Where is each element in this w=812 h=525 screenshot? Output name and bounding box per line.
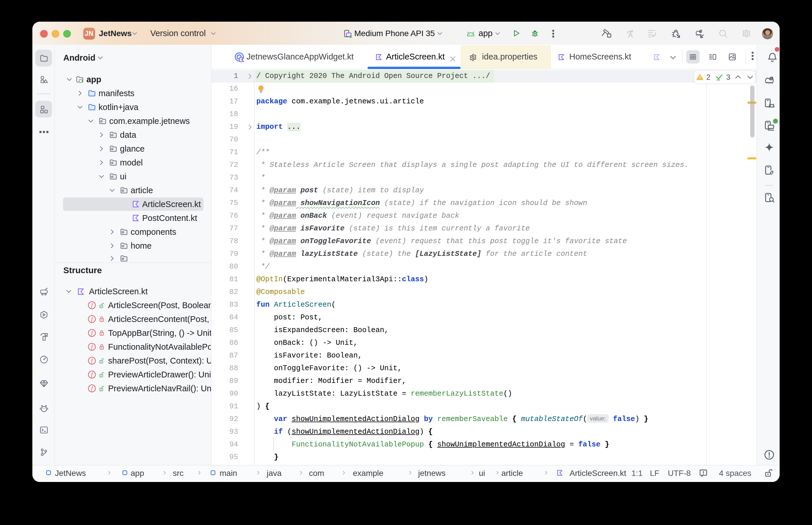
svg-text:f: f: [91, 385, 93, 391]
svg-text:f: f: [91, 358, 93, 363]
svg-text:f: f: [91, 316, 93, 322]
svg-text:f: f: [91, 371, 93, 377]
svg-text:f: f: [91, 330, 93, 336]
svg-text:f: f: [91, 344, 93, 350]
svg-text:f: f: [91, 302, 93, 308]
